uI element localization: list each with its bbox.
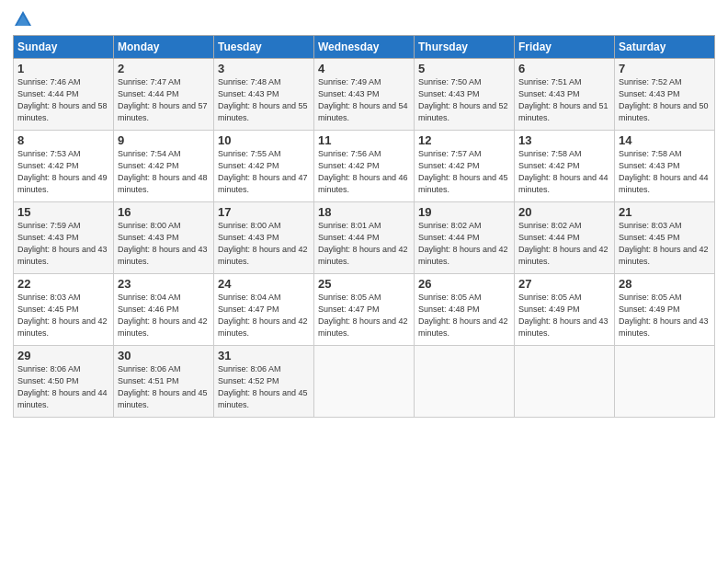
day-number: 23 — [118, 277, 210, 291]
calendar-cell: 17Sunrise: 8:00 AM Sunset: 4:43 PM Dayli… — [214, 202, 314, 274]
day-number: 18 — [318, 205, 410, 219]
calendar-cell — [415, 346, 515, 418]
calendar-cell: 23Sunrise: 8:04 AM Sunset: 4:46 PM Dayli… — [114, 274, 214, 346]
calendar-table: SundayMondayTuesdayWednesdayThursdayFrid… — [13, 35, 715, 418]
calendar-cell: 26Sunrise: 8:05 AM Sunset: 4:48 PM Dayli… — [415, 274, 515, 346]
day-number: 17 — [218, 205, 310, 219]
calendar-cell: 19Sunrise: 8:02 AM Sunset: 4:44 PM Dayli… — [415, 202, 515, 274]
week-row-1: 1Sunrise: 7:46 AM Sunset: 4:44 PM Daylig… — [14, 59, 715, 131]
logo-icon — [13, 9, 33, 29]
day-number: 25 — [318, 277, 410, 291]
week-row-2: 8Sunrise: 7:53 AM Sunset: 4:42 PM Daylig… — [14, 131, 715, 202]
week-row-3: 15Sunrise: 7:59 AM Sunset: 4:43 PM Dayli… — [14, 202, 715, 274]
calendar-cell — [515, 346, 615, 418]
calendar-cell: 5Sunrise: 7:50 AM Sunset: 4:43 PM Daylig… — [415, 59, 515, 131]
cell-info: Sunrise: 7:57 AM Sunset: 4:42 PM Dayligh… — [418, 149, 508, 194]
calendar-cell: 25Sunrise: 8:05 AM Sunset: 4:47 PM Dayli… — [314, 274, 415, 346]
cell-info: Sunrise: 8:06 AM Sunset: 4:52 PM Dayligh… — [218, 364, 308, 409]
col-header-friday: Friday — [515, 36, 615, 59]
cell-info: Sunrise: 8:05 AM Sunset: 4:47 PM Dayligh… — [318, 293, 408, 338]
cell-info: Sunrise: 8:06 AM Sunset: 4:50 PM Dayligh… — [17, 364, 108, 409]
day-number: 1 — [17, 62, 109, 75]
day-number: 21 — [619, 205, 711, 219]
calendar-cell — [314, 346, 415, 418]
calendar-cell: 20Sunrise: 8:02 AM Sunset: 4:44 PM Dayli… — [515, 202, 615, 274]
cell-info: Sunrise: 8:02 AM Sunset: 4:44 PM Dayligh… — [418, 221, 508, 266]
day-number: 10 — [218, 133, 310, 147]
cell-info: Sunrise: 7:58 AM Sunset: 4:42 PM Dayligh… — [518, 149, 609, 194]
day-number: 26 — [418, 277, 510, 291]
week-row-4: 22Sunrise: 8:03 AM Sunset: 4:45 PM Dayli… — [14, 274, 715, 346]
calendar-cell: 9Sunrise: 7:54 AM Sunset: 4:42 PM Daylig… — [114, 131, 214, 202]
day-number: 31 — [218, 349, 310, 362]
day-number: 30 — [118, 349, 210, 362]
logo — [13, 9, 35, 29]
cell-info: Sunrise: 7:52 AM Sunset: 4:43 PM Dayligh… — [619, 77, 709, 122]
cell-info: Sunrise: 8:04 AM Sunset: 4:46 PM Dayligh… — [118, 293, 208, 338]
day-number: 24 — [218, 277, 310, 291]
day-number: 15 — [17, 205, 109, 219]
calendar-cell: 22Sunrise: 8:03 AM Sunset: 4:45 PM Dayli… — [14, 274, 114, 346]
col-header-sunday: Sunday — [14, 36, 114, 59]
calendar-cell: 18Sunrise: 8:01 AM Sunset: 4:44 PM Dayli… — [314, 202, 415, 274]
calendar-cell: 11Sunrise: 7:56 AM Sunset: 4:42 PM Dayli… — [314, 131, 415, 202]
cell-info: Sunrise: 7:51 AM Sunset: 4:43 PM Dayligh… — [518, 77, 609, 122]
cell-info: Sunrise: 7:50 AM Sunset: 4:43 PM Dayligh… — [418, 77, 508, 122]
calendar-cell: 4Sunrise: 7:49 AM Sunset: 4:43 PM Daylig… — [314, 59, 415, 131]
day-number: 12 — [418, 133, 510, 147]
day-number: 19 — [418, 205, 510, 219]
cell-info: Sunrise: 7:54 AM Sunset: 4:42 PM Dayligh… — [118, 149, 208, 194]
header-row: SundayMondayTuesdayWednesdayThursdayFrid… — [14, 36, 715, 59]
day-number: 5 — [418, 62, 510, 75]
cell-info: Sunrise: 7:58 AM Sunset: 4:43 PM Dayligh… — [619, 149, 709, 194]
calendar-cell: 10Sunrise: 7:55 AM Sunset: 4:42 PM Dayli… — [214, 131, 314, 202]
cell-info: Sunrise: 8:00 AM Sunset: 4:43 PM Dayligh… — [218, 221, 308, 266]
col-header-wednesday: Wednesday — [314, 36, 415, 59]
calendar-cell — [615, 346, 715, 418]
day-number: 2 — [118, 62, 210, 75]
calendar-cell: 30Sunrise: 8:06 AM Sunset: 4:51 PM Dayli… — [114, 346, 214, 418]
day-number: 28 — [619, 277, 711, 291]
cell-info: Sunrise: 7:46 AM Sunset: 4:44 PM Dayligh… — [17, 77, 108, 122]
col-header-thursday: Thursday — [415, 36, 515, 59]
cell-info: Sunrise: 8:06 AM Sunset: 4:51 PM Dayligh… — [118, 364, 208, 409]
calendar-cell: 7Sunrise: 7:52 AM Sunset: 4:43 PM Daylig… — [615, 59, 715, 131]
calendar-cell: 31Sunrise: 8:06 AM Sunset: 4:52 PM Dayli… — [214, 346, 314, 418]
header — [13, 9, 715, 29]
calendar-cell: 28Sunrise: 8:05 AM Sunset: 4:49 PM Dayli… — [615, 274, 715, 346]
calendar-cell: 3Sunrise: 7:48 AM Sunset: 4:43 PM Daylig… — [214, 59, 314, 131]
day-number: 11 — [318, 133, 410, 147]
cell-info: Sunrise: 8:02 AM Sunset: 4:44 PM Dayligh… — [518, 221, 609, 266]
cell-info: Sunrise: 8:05 AM Sunset: 4:49 PM Dayligh… — [619, 293, 709, 338]
cell-info: Sunrise: 7:56 AM Sunset: 4:42 PM Dayligh… — [318, 149, 408, 194]
week-row-5: 29Sunrise: 8:06 AM Sunset: 4:50 PM Dayli… — [14, 346, 715, 418]
cell-info: Sunrise: 7:59 AM Sunset: 4:43 PM Dayligh… — [17, 221, 108, 266]
cell-info: Sunrise: 8:05 AM Sunset: 4:49 PM Dayligh… — [518, 293, 609, 338]
calendar-cell: 16Sunrise: 8:00 AM Sunset: 4:43 PM Dayli… — [114, 202, 214, 274]
page: SundayMondayTuesdayWednesdayThursdayFrid… — [0, 0, 728, 563]
day-number: 9 — [118, 133, 210, 147]
cell-info: Sunrise: 8:00 AM Sunset: 4:43 PM Dayligh… — [118, 221, 208, 266]
calendar-cell: 13Sunrise: 7:58 AM Sunset: 4:42 PM Dayli… — [515, 131, 615, 202]
calendar-cell: 15Sunrise: 7:59 AM Sunset: 4:43 PM Dayli… — [14, 202, 114, 274]
day-number: 3 — [218, 62, 310, 75]
day-number: 16 — [118, 205, 210, 219]
day-number: 22 — [17, 277, 109, 291]
calendar-cell: 6Sunrise: 7:51 AM Sunset: 4:43 PM Daylig… — [515, 59, 615, 131]
cell-info: Sunrise: 7:55 AM Sunset: 4:42 PM Dayligh… — [218, 149, 308, 194]
day-number: 13 — [518, 133, 610, 147]
day-number: 14 — [619, 133, 711, 147]
cell-info: Sunrise: 8:01 AM Sunset: 4:44 PM Dayligh… — [318, 221, 408, 266]
cell-info: Sunrise: 8:05 AM Sunset: 4:48 PM Dayligh… — [418, 293, 508, 338]
cell-info: Sunrise: 7:53 AM Sunset: 4:42 PM Dayligh… — [17, 149, 108, 194]
calendar-cell: 29Sunrise: 8:06 AM Sunset: 4:50 PM Dayli… — [14, 346, 114, 418]
day-number: 4 — [318, 62, 410, 75]
day-number: 27 — [518, 277, 610, 291]
col-header-monday: Monday — [114, 36, 214, 59]
day-number: 29 — [17, 349, 109, 362]
calendar-cell: 12Sunrise: 7:57 AM Sunset: 4:42 PM Dayli… — [415, 131, 515, 202]
day-number: 7 — [619, 62, 711, 75]
cell-info: Sunrise: 7:47 AM Sunset: 4:44 PM Dayligh… — [118, 77, 208, 122]
calendar-cell: 21Sunrise: 8:03 AM Sunset: 4:45 PM Dayli… — [615, 202, 715, 274]
cell-info: Sunrise: 8:03 AM Sunset: 4:45 PM Dayligh… — [17, 293, 108, 338]
